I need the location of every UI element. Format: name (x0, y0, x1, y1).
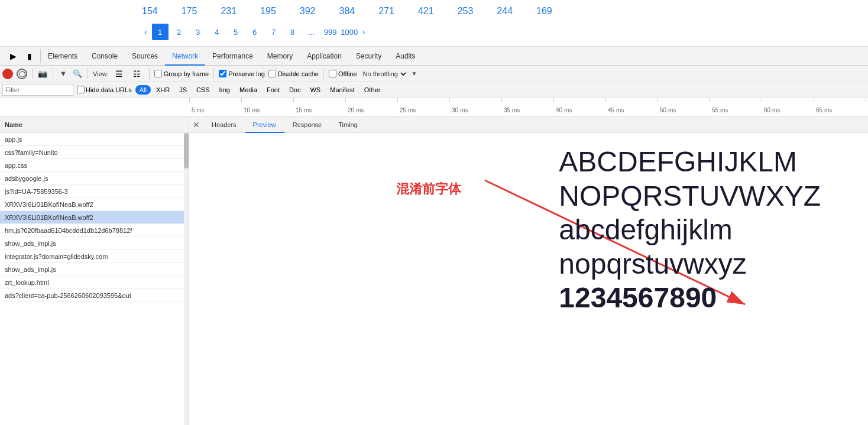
scrollbar-thumb[interactable] (184, 133, 189, 168)
preview-tabs: ✕ HeadersPreviewResponseTiming (189, 116, 868, 133)
file-item[interactable]: css?family=Nunito (0, 146, 189, 159)
filter-type-img[interactable]: Img (215, 85, 234, 95)
filter-type-font[interactable]: Font (263, 85, 284, 95)
file-item[interactable]: show_ads_impl.js (0, 237, 189, 250)
page-number[interactable]: 384 (339, 6, 355, 17)
filter-type-js[interactable]: JS (175, 85, 191, 95)
filter-type-media[interactable]: Media (235, 85, 261, 95)
devtools-tab-elements[interactable]: Elements (41, 47, 85, 66)
file-item[interactable]: ads?client=ca-pub-2566260602093595&out (0, 289, 189, 302)
ruler-mark: 65 ms (814, 98, 866, 116)
page-number[interactable]: 175 (182, 6, 197, 17)
page-number[interactable]: 271 (378, 6, 394, 17)
filter-input[interactable] (2, 84, 73, 96)
throttling-select[interactable]: No throttling (361, 70, 408, 78)
page-number[interactable]: 154 (142, 6, 158, 17)
separator2 (53, 69, 53, 79)
page-btn-6[interactable]: 6 (247, 24, 263, 40)
ruler-mark: 50 ms (658, 98, 710, 116)
pagination-pages[interactable]: ‹12345678...9991000› (142, 24, 367, 40)
filter-type-css[interactable]: CSS (192, 85, 214, 95)
throttling-arrow[interactable]: ▼ (412, 70, 417, 77)
ruler-mark: 5 ms (189, 98, 241, 116)
devtools-tab-memory[interactable]: Memory (260, 47, 300, 66)
page-number[interactable]: 392 (300, 6, 316, 17)
preview-tab-preview[interactable]: Preview (245, 116, 284, 133)
timeline-ruler: 5 ms10 ms15 ms20 ms25 ms30 ms35 ms40 ms4… (0, 98, 868, 116)
preview-tab-response[interactable]: Response (284, 116, 331, 133)
hide-data-urls-checkbox[interactable]: Hide data URLs (77, 86, 132, 93)
next-page[interactable]: › (360, 27, 368, 37)
page-btn-3[interactable]: 3 (190, 24, 206, 40)
mobile-icon[interactable]: ▮ (22, 49, 37, 63)
page-btn-2[interactable]: 2 (171, 24, 187, 40)
filter-type-other[interactable]: Other (360, 85, 385, 95)
preserve-log-checkbox[interactable]: Preserve log (219, 70, 265, 77)
devtools-tab-console[interactable]: Console (85, 47, 125, 66)
page-btn-999[interactable]: 999 (322, 24, 339, 40)
page-number[interactable]: 421 (418, 6, 434, 17)
file-item[interactable]: app.css (0, 159, 189, 172)
file-item[interactable]: XRXV3I6Li01BKofINeaB.woff2 (0, 198, 189, 211)
cursor-icon[interactable]: ▶ (6, 49, 20, 63)
devtools-tab-application[interactable]: Application (300, 47, 349, 66)
close-icon[interactable]: ✕ (189, 116, 203, 133)
filter-type-ws[interactable]: WS (306, 85, 325, 95)
preview-tab-timing[interactable]: Timing (330, 116, 366, 133)
view-list-icon[interactable]: ☰ (112, 67, 127, 81)
file-item[interactable]: app.js (0, 133, 189, 146)
file-item[interactable]: hm.js?020fbaad6104bcddd1db12d6b78812f (0, 224, 189, 237)
file-item[interactable]: integrator.js?domain=glidedsky.com (0, 250, 189, 263)
page-number[interactable]: 244 (497, 6, 513, 17)
group-by-frame-checkbox[interactable]: Group by frame (154, 70, 209, 77)
file-item[interactable]: js?id=UA-75859356-3 (0, 185, 189, 198)
search-icon[interactable]: 🔍 (72, 69, 83, 79)
devtools-tab-performance[interactable]: Performance (205, 47, 260, 66)
file-item[interactable]: show_ads_impl.js (0, 263, 189, 276)
record-button[interactable] (2, 69, 13, 79)
ruler-mark: 20 ms (345, 98, 397, 116)
file-list: app.jscss?family=Nunitoapp.cssadsbygoogl… (0, 133, 189, 425)
file-panel: Name app.jscss?family=Nunitoapp.cssadsby… (0, 116, 189, 425)
page-btn-8[interactable]: 8 (284, 24, 301, 40)
devtools-bar: ▶ ▮ ElementsConsoleSourcesNetworkPerform… (0, 47, 868, 66)
devtools-tab-audits[interactable]: Audits (388, 47, 422, 66)
page-btn-7[interactable]: 7 (265, 24, 282, 40)
view-waterfall-icon[interactable]: ☷ (130, 67, 144, 81)
ruler-mark: 70 ms (866, 98, 868, 116)
file-panel-header: Name (0, 116, 189, 133)
separator1 (32, 69, 33, 79)
filter-type-manifest[interactable]: Manifest (326, 85, 359, 95)
devtools-tabs: ElementsConsoleSourcesNetworkPerformance… (41, 47, 423, 66)
prev-page[interactable]: ‹ (142, 27, 150, 37)
page-btn-1[interactable]: 1 (152, 24, 169, 40)
page-number[interactable]: 195 (260, 6, 276, 17)
pagination-numbers: 154175231195392384271421253244169 (142, 6, 552, 17)
offline-checkbox[interactable]: Offline (329, 70, 357, 77)
scrollbar-track[interactable] (184, 133, 189, 425)
filter-type-xhr[interactable]: XHR (152, 85, 174, 95)
filter-type-all[interactable]: All (135, 85, 151, 95)
view-label: View: (93, 70, 109, 77)
file-item[interactable]: zrt_lookup.html (0, 276, 189, 289)
page-number[interactable]: 231 (221, 6, 237, 17)
devtools-icons: ▶ ▮ (2, 49, 41, 63)
devtools-tab-sources[interactable]: Sources (125, 47, 165, 66)
page-btn-4[interactable]: 4 (209, 24, 225, 40)
file-item[interactable]: XRXV3I6Li01BKofINeaB.woff2 (0, 211, 189, 224)
page-number[interactable]: 169 (536, 6, 552, 17)
stop-button[interactable]: ◯ (17, 69, 27, 79)
page-btn-1000[interactable]: 1000 (341, 24, 358, 40)
file-item[interactable]: adsbygoogle.js (0, 172, 189, 185)
page-btn-5[interactable]: 5 (228, 24, 244, 40)
page-btn-...[interactable]: ... (303, 24, 320, 40)
preview-tab-headers[interactable]: Headers (203, 116, 245, 133)
devtools-tab-security[interactable]: Security (349, 47, 388, 66)
disable-cache-checkbox[interactable]: Disable cache (268, 70, 319, 77)
filter-icon[interactable]: ▼ (58, 69, 69, 79)
page-number[interactable]: 253 (458, 6, 474, 17)
devtools-tab-network[interactable]: Network (165, 47, 205, 66)
filter-type-doc[interactable]: Doc (285, 85, 305, 95)
camera-icon[interactable]: 📷 (37, 69, 48, 79)
font-preview: ABCDEFGHIJKLM NOPQRSTUVWXYZ abcdefghijkl… (559, 145, 821, 315)
